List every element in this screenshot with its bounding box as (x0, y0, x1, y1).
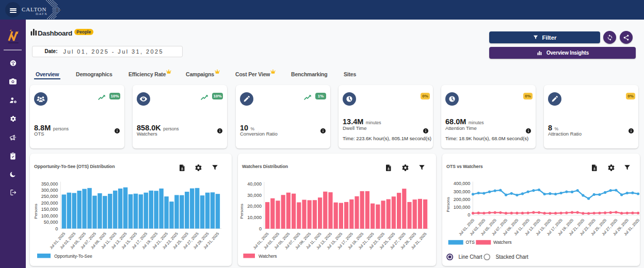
svg-text:200,000: 200,000 (41, 200, 58, 206)
svg-text:0: 0 (468, 212, 470, 217)
svg-text:Persons: Persons (446, 197, 450, 212)
svg-text:Persons: Persons (34, 204, 38, 219)
svg-text:40,000: 40,000 (247, 181, 262, 187)
svg-text:200,000: 200,000 (454, 197, 471, 202)
svg-text:100,000: 100,000 (454, 205, 471, 210)
svg-text:350,000: 350,000 (41, 181, 58, 187)
svg-text:50,000: 50,000 (44, 220, 58, 225)
svg-text:150,000: 150,000 (41, 207, 58, 212)
svg-text:400,000: 400,000 (454, 181, 471, 186)
svg-text:300,000: 300,000 (454, 189, 471, 194)
svg-text:Line Chart: Line Chart (459, 254, 482, 260)
svg-text:OTS: OTS (466, 240, 475, 245)
svg-text:300,000: 300,000 (41, 188, 58, 193)
svg-text:Opportunity-To-See: Opportunity-To-See (54, 254, 92, 259)
svg-text:0: 0 (55, 226, 58, 231)
svg-text:100,000: 100,000 (41, 213, 58, 219)
svg-text:Persons: Persons (239, 204, 244, 219)
svg-text:Watchers: Watchers (259, 254, 277, 259)
svg-text:10,000: 10,000 (247, 215, 262, 220)
svg-text:30,000: 30,000 (247, 193, 262, 198)
svg-text:Stacked Chart: Stacked Chart (496, 254, 529, 260)
svg-text:20,000: 20,000 (247, 204, 262, 209)
svg-text:0: 0 (259, 226, 262, 231)
svg-text:250,000: 250,000 (41, 194, 58, 199)
svg-text:Watchers: Watchers (493, 240, 512, 245)
